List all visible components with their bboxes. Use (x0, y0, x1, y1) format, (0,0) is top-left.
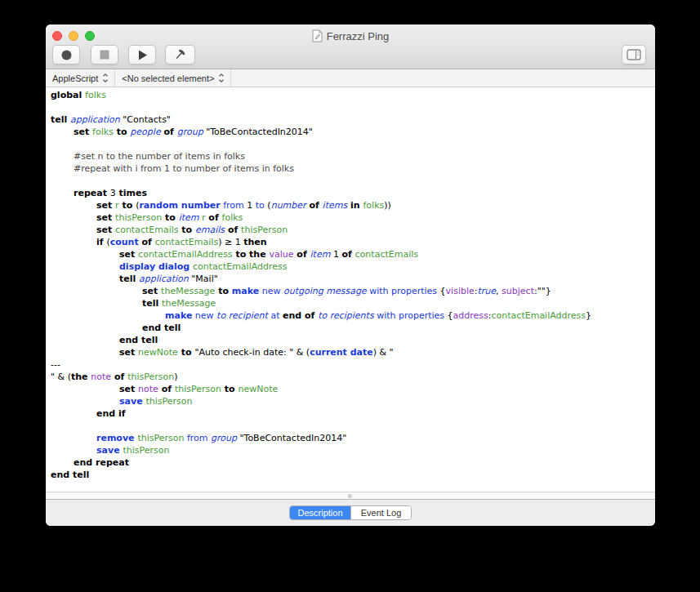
record-icon (60, 49, 73, 61)
code-line: tell theMessage (46, 297, 655, 309)
code-line: set contactEmails to emails of thisPerso… (46, 224, 655, 236)
code-line: repeat 3 times (46, 187, 655, 199)
title-bar[interactable]: Ferrazzi Ping (46, 24, 655, 69)
popup-chevrons-icon (102, 73, 109, 83)
code-line: remove thisPerson from group "ToBeContac… (46, 432, 655, 444)
language-popup[interactable]: AppleScript (46, 69, 115, 87)
code-line: end if (46, 407, 655, 420)
script-editor-window: Ferrazzi Ping (46, 24, 655, 526)
title-area: Ferrazzi Ping (46, 28, 655, 44)
hammer-icon (173, 47, 188, 62)
document-icon (312, 29, 323, 42)
code-line: set contactEmailAddress to the value of … (46, 248, 655, 260)
code-line: end tell (46, 334, 655, 346)
code-line: global folks (46, 89, 655, 101)
toggle-accessory-view-button[interactable] (622, 45, 646, 65)
code-line: #set n to the number of items in folks (46, 150, 655, 162)
code-line: set note of thisPerson to newNote (46, 383, 655, 395)
run-button[interactable] (128, 45, 156, 65)
code-line (46, 420, 655, 432)
bottom-bar: Description Event Log (46, 500, 655, 526)
navigation-bar: AppleScript <No selected element> (46, 69, 655, 87)
code-line: tell application "Mail" (46, 273, 655, 285)
traffic-lights (52, 31, 95, 41)
tab-event-log[interactable]: Event Log (350, 506, 411, 519)
run-icon (136, 49, 149, 61)
code-line: --- (46, 358, 655, 371)
code-line: end tell (46, 469, 655, 481)
code-line (46, 175, 655, 187)
code-line: set thisPerson to item r of folks (46, 211, 655, 224)
window-title: Ferrazzi Ping (327, 30, 390, 42)
splitter-dimple-icon (348, 494, 352, 498)
script-editor[interactable]: global folks tell application "Contacts"… (46, 87, 655, 492)
code-line: end tell (46, 322, 655, 334)
code-line: set theMessage to make new outgoing mess… (46, 285, 655, 297)
code-line: display dialog contactEmailAddress (46, 260, 655, 273)
stop-icon (99, 49, 110, 60)
record-button[interactable] (52, 45, 80, 65)
code-line (46, 101, 655, 114)
compile-button[interactable] (165, 45, 195, 65)
minimize-button[interactable] (69, 31, 78, 41)
code-line: save thisPerson (46, 395, 655, 407)
code-line: if (count of contactEmails) ≥ 1 then (46, 236, 655, 248)
tab-description[interactable]: Description (290, 506, 350, 519)
language-popup-label: AppleScript (52, 73, 98, 83)
code-line: end repeat (46, 456, 655, 469)
code-line: set r to (random number from 1 to (numbe… (46, 199, 655, 211)
code-line: " & (the note of thisPerson) (46, 371, 655, 383)
code-line: make new to recipient at end of to recip… (46, 309, 655, 322)
zoom-button[interactable] (85, 31, 95, 41)
code-line: set folks to people of group "ToBeContac… (46, 126, 655, 138)
element-popup[interactable]: <No selected element> (115, 69, 231, 87)
element-popup-label: <No selected element> (122, 73, 214, 83)
code-line: set newNote to "Auto check-in date: " & … (46, 346, 655, 358)
close-button[interactable] (52, 31, 62, 41)
stop-button[interactable] (91, 45, 118, 65)
popup-chevrons-icon (218, 73, 225, 83)
code-line (46, 138, 655, 150)
code-line: #repeat with i from 1 to number of items… (46, 162, 655, 175)
code-line: save thisPerson (46, 444, 655, 456)
splitter-handle[interactable] (46, 492, 655, 500)
accessory-view-icon (626, 49, 641, 60)
code-line: tell application "Contacts" (46, 114, 655, 126)
bottom-tabs: Description Event Log (289, 505, 412, 520)
